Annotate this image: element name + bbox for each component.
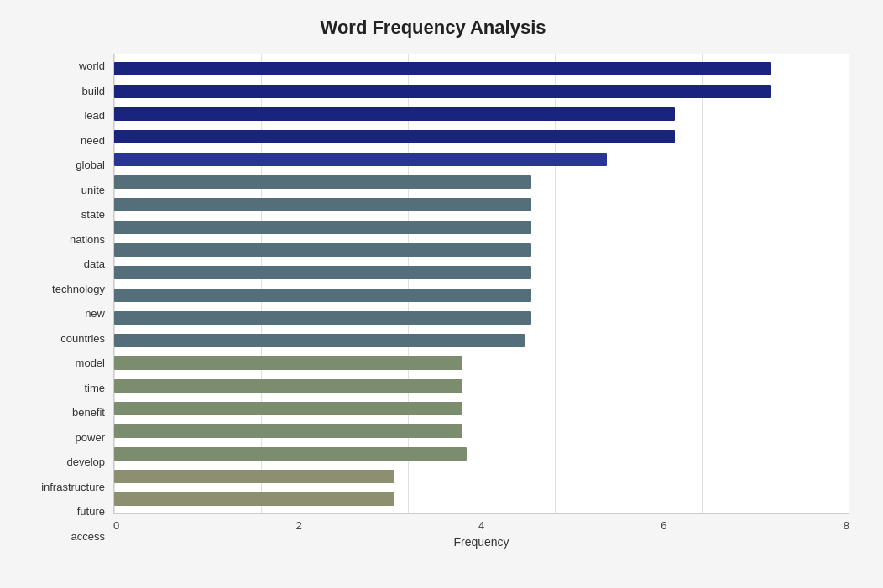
bar	[114, 62, 771, 75]
y-label: time	[84, 382, 105, 393]
bar	[114, 175, 531, 189]
bar-row	[114, 400, 849, 417]
x-tick: 0	[113, 519, 119, 532]
y-label: build	[82, 86, 105, 96]
y-label: technology	[52, 284, 105, 294]
x-tick: 8	[844, 519, 849, 532]
bar	[114, 311, 531, 325]
y-label: new	[85, 308, 105, 319]
bar	[114, 447, 467, 461]
bar	[114, 334, 525, 347]
y-label: unite	[81, 185, 105, 195]
y-label: countries	[60, 333, 105, 344]
bar	[114, 289, 531, 302]
y-axis: worldbuildleadneedglobalunitestatenation…	[17, 54, 113, 549]
x-tick: 2	[295, 519, 301, 532]
bar	[114, 402, 462, 415]
y-label: data	[84, 258, 105, 269]
y-label: develop	[66, 456, 105, 467]
bar-row	[114, 196, 849, 213]
bar-row	[114, 491, 849, 507]
bar-row	[114, 106, 849, 122]
chart-title: Word Frequency Analysis	[17, 17, 849, 39]
y-label: infrastructure	[41, 481, 105, 492]
bars-and-xaxis: 02468 Frequency	[113, 54, 849, 549]
bars-inner	[114, 54, 849, 513]
chart-area: worldbuildleadneedglobalunitestatenation…	[17, 54, 849, 549]
bar-row	[114, 287, 849, 304]
y-label: nations	[70, 234, 105, 245]
bar-row	[114, 445, 849, 462]
bar	[114, 130, 675, 143]
bar	[114, 107, 675, 121]
y-label: future	[77, 506, 105, 517]
bar	[114, 356, 462, 370]
bar-row	[114, 242, 849, 258]
bar-row	[114, 310, 849, 326]
bar-row	[114, 219, 849, 236]
bar-row	[114, 128, 849, 145]
x-axis-label: Frequency	[113, 535, 849, 549]
bar	[114, 470, 394, 483]
bar	[114, 198, 531, 211]
bar	[114, 492, 394, 506]
y-label: global	[76, 159, 105, 170]
bar-row	[114, 264, 849, 281]
y-label: power	[76, 432, 105, 443]
bar-row	[114, 332, 849, 349]
bar	[114, 266, 531, 279]
bar-row	[114, 423, 849, 440]
x-axis: 02468	[113, 514, 849, 532]
y-label: benefit	[72, 407, 105, 418]
bar-row	[114, 60, 849, 77]
bar	[114, 379, 462, 393]
bar	[114, 424, 462, 438]
bars-area	[113, 54, 849, 514]
bar-row	[114, 377, 849, 394]
y-label: model	[76, 357, 105, 368]
chart-container: Word Frequency Analysis worldbuildleadne…	[0, 0, 883, 588]
y-label: lead	[84, 110, 105, 121]
bar-row	[114, 151, 849, 168]
bar	[114, 153, 607, 166]
y-label: need	[81, 135, 105, 146]
bar	[114, 243, 531, 257]
y-label: access	[71, 531, 105, 542]
bar-row	[114, 83, 849, 100]
bar-row	[114, 174, 849, 190]
bar-row	[114, 468, 849, 485]
bar	[114, 221, 531, 234]
bar-row	[114, 355, 849, 372]
x-tick: 6	[661, 519, 666, 532]
y-label: state	[81, 209, 105, 220]
bar	[114, 85, 771, 98]
y-label: world	[79, 60, 105, 71]
x-tick: 4	[478, 519, 484, 532]
